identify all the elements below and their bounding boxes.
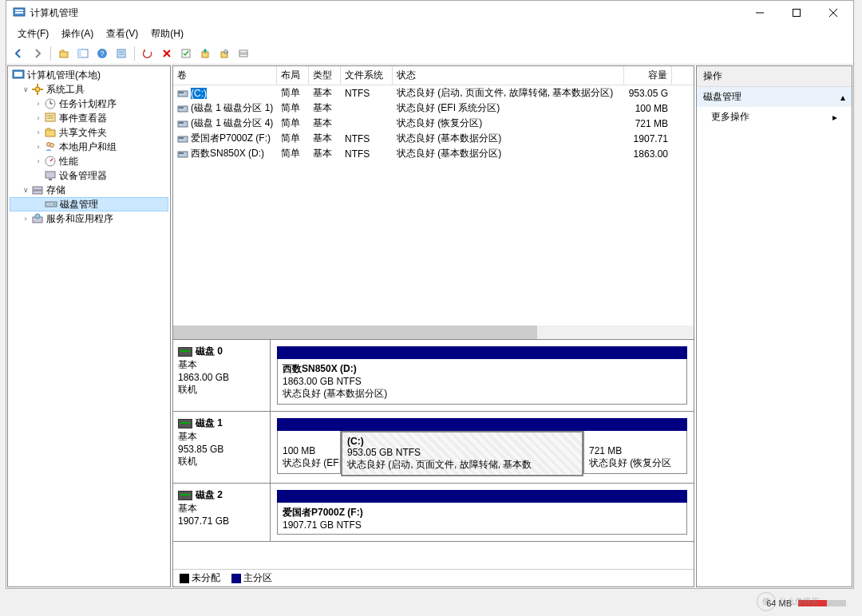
tree-system-tools[interactable]: ∨系统工具	[10, 82, 168, 97]
main-window: 计算机管理 文件(F) 操作(A) 查看(V) 帮助(H) ?	[6, 0, 854, 589]
tree-device-manager[interactable]: 设备管理器	[10, 168, 168, 183]
menu-file[interactable]: 文件(F)	[11, 26, 55, 42]
svg-rect-40	[49, 179, 52, 180]
volume-row[interactable]: (C:)简单基本NTFS状态良好 (启动, 页面文件, 故障转储, 基本数据分区…	[173, 85, 694, 101]
disk-icon	[178, 347, 192, 357]
menu-action[interactable]: 操作(A)	[55, 26, 100, 42]
drive-icon	[177, 133, 188, 144]
forward-button[interactable]	[29, 45, 46, 62]
tree-root[interactable]: 计算机管理(本地)	[10, 68, 168, 82]
svg-point-28	[35, 87, 40, 92]
volume-row[interactable]: 西数SN850X (D:)简单基本NTFS状态良好 (基本数据分区)1863.0…	[173, 146, 694, 161]
svg-rect-21	[239, 50, 247, 57]
disk-1-info[interactable]: 磁盘 1 基本 953.85 GB 联机	[173, 412, 271, 483]
disk-2-block: 磁盘 2 基本 1907.71 GB 爱国者P7000Z (F:) 1907.7…	[173, 484, 694, 542]
horizontal-scrollbar[interactable]	[173, 326, 694, 339]
svg-rect-35	[45, 130, 55, 136]
drive-icon	[177, 88, 188, 99]
svg-rect-56	[179, 152, 184, 154]
tree-storage[interactable]: ∨存储	[10, 183, 168, 197]
svg-rect-12	[117, 49, 125, 57]
minimize-button[interactable]	[741, 1, 778, 25]
up-button[interactable]	[55, 45, 73, 62]
find-button[interactable]	[216, 45, 233, 62]
disk-2-info[interactable]: 磁盘 2 基本 1907.71 GB	[173, 484, 271, 541]
svg-rect-1	[15, 10, 23, 11]
disk-1-partition-0[interactable]: 100 MB 状态良好 (EFI	[277, 418, 341, 476]
properties-button[interactable]	[113, 45, 130, 62]
volume-header[interactable]: 卷 布局 类型 文件系统 状态 容量	[173, 66, 694, 85]
collapse-icon: ▴	[840, 92, 845, 103]
legend-primary-swatch	[231, 574, 241, 583]
disk-icon	[178, 491, 192, 500]
chevron-right-icon: ▸	[832, 112, 837, 123]
svg-rect-42	[33, 191, 42, 194]
svg-rect-7	[60, 52, 68, 57]
disk-1-partition-2[interactable]: 721 MB 状态良好 (恢复分区	[583, 418, 687, 476]
svg-rect-39	[45, 172, 55, 178]
actions-section[interactable]: 磁盘管理 ▴	[697, 87, 852, 107]
disk-1-block: 磁盘 1 基本 953.85 GB 联机 100 MB	[173, 412, 694, 484]
refresh-button[interactable]	[139, 45, 156, 62]
col-layout[interactable]: 布局	[277, 66, 309, 85]
disk-1-partition-1[interactable]: (C:) 953.05 GB NTFS 状态良好 (启动, 页面文件, 故障转储…	[341, 418, 583, 476]
close-button[interactable]	[815, 1, 852, 25]
desktop-taskbar-stub: 64 MB	[0, 590, 862, 616]
checklist-button[interactable]	[177, 45, 195, 62]
mid-panel: 卷 布局 类型 文件系统 状态 容量 (C:)简单基本NTFS状态良好 (启动,…	[172, 65, 694, 587]
disk-panel: 磁盘 0 基本 1863.00 GB 联机 西数SN850X (D:) 1863…	[173, 339, 694, 586]
disk-0-partition-0[interactable]: 西数SN850X (D:) 1863.00 GB NTFS 状态良好 (基本数据…	[277, 346, 687, 405]
col-volume[interactable]: 卷	[173, 66, 277, 85]
tree-disk-management[interactable]: 磁盘管理	[10, 197, 168, 211]
col-capacity[interactable]: 容量	[624, 66, 672, 85]
svg-rect-48	[179, 92, 184, 93]
svg-rect-25	[14, 72, 22, 77]
help-button[interactable]: ?	[93, 45, 111, 62]
svg-point-46	[35, 214, 40, 219]
svg-text:?: ?	[100, 49, 104, 57]
actions-more[interactable]: 更多操作 ▸	[697, 107, 852, 127]
list-view-button[interactable]	[235, 45, 252, 62]
svg-point-44	[53, 203, 55, 205]
col-filesystem[interactable]: 文件系统	[341, 66, 393, 85]
drive-icon	[177, 118, 188, 129]
volume-row[interactable]: (磁盘 1 磁盘分区 4)简单基本状态良好 (恢复分区)721 MB	[173, 116, 694, 131]
volume-row[interactable]: (磁盘 1 磁盘分区 1)简单基本状态良好 (EFI 系统分区)100 MB	[173, 101, 694, 116]
watermark: 值什么值得买	[757, 589, 860, 614]
app-icon	[13, 6, 26, 19]
svg-rect-50	[179, 107, 184, 109]
legend-unallocated-swatch	[180, 574, 189, 583]
menu-view[interactable]: 查看(V)	[100, 26, 144, 42]
export-button[interactable]	[196, 45, 214, 62]
tree-performance[interactable]: ›性能	[10, 154, 168, 168]
actions-panel: 操作 磁盘管理 ▴ 更多操作 ▸	[696, 65, 852, 587]
svg-rect-32	[45, 113, 55, 121]
col-status[interactable]: 状态	[393, 66, 624, 85]
disk-0-info[interactable]: 磁盘 0 基本 1863.00 GB 联机	[173, 340, 271, 411]
show-hide-tree-button[interactable]	[74, 45, 92, 62]
tree-panel: 计算机管理(本地) ∨系统工具 ›任务计划程序 ›事件查看器 ›共享文件夹 ›本…	[7, 65, 171, 587]
menubar: 文件(F) 操作(A) 查看(V) 帮助(H)	[6, 25, 853, 42]
svg-rect-2	[15, 12, 23, 14]
menu-help[interactable]: 帮助(H)	[144, 26, 190, 42]
tree-task-scheduler[interactable]: ›任务计划程序	[10, 97, 168, 111]
svg-point-37	[50, 144, 54, 148]
col-type[interactable]: 类型	[309, 66, 341, 85]
tree-services-apps[interactable]: ›服务和应用程序	[10, 211, 168, 226]
tree-event-viewer[interactable]: ›事件查看器	[10, 111, 168, 125]
toolbar: ?	[6, 42, 853, 65]
volume-list: 卷 布局 类型 文件系统 状态 容量 (C:)简单基本NTFS状态良好 (启动,…	[173, 66, 694, 339]
svg-rect-52	[179, 122, 184, 124]
svg-rect-54	[179, 137, 184, 139]
drive-icon	[177, 148, 188, 160]
tree-local-users[interactable]: ›本地用户和组	[10, 140, 168, 154]
volume-row[interactable]: 爱国者P7000Z (F:)简单基本NTFS状态良好 (基本数据分区)1907.…	[173, 131, 694, 146]
drive-icon	[177, 103, 188, 114]
delete-button[interactable]	[158, 45, 176, 62]
back-button[interactable]	[10, 45, 27, 62]
tree-shared-folders[interactable]: ›共享文件夹	[10, 125, 168, 140]
maximize-button[interactable]	[778, 1, 815, 25]
disk-2-partition-0[interactable]: 爱国者P7000Z (F:) 1907.71 GB NTFS	[277, 490, 687, 535]
titlebar: 计算机管理	[6, 1, 853, 25]
svg-rect-41	[33, 187, 42, 190]
